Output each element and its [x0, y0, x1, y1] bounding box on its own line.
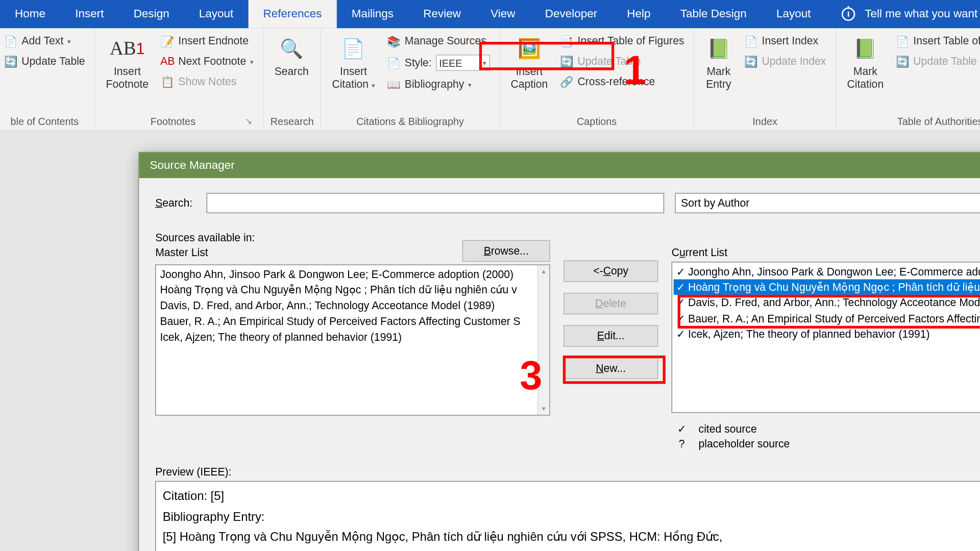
list-item[interactable]: Hoàng Trọng và Chu Nguyễn Mộng Ngọc ; Ph… [157, 282, 548, 298]
legend-cited: ✓cited source [677, 422, 980, 435]
annotation-number-1: 1 [624, 47, 646, 94]
copy-button[interactable]: <- Copy [564, 260, 658, 282]
tell-me-label: Tell me what you want to do [865, 8, 980, 21]
insert-footnote-button[interactable]: AB1 Insert Footnote [102, 32, 153, 93]
list-item[interactable]: Joongho Ahn, Jinsoo Park & Dongwon Lee; … [157, 266, 548, 282]
group-toa-label: Table of Authorities [843, 113, 980, 129]
endnote-icon: 📝 [161, 34, 174, 47]
tab-insert[interactable]: Insert [60, 0, 118, 29]
edit-button[interactable]: Edit... [564, 325, 658, 346]
tab-design[interactable]: Design [119, 0, 184, 29]
search-button[interactable]: 🔍 Search [271, 32, 313, 80]
manage-sources-icon: 📚 [387, 34, 400, 47]
group-captions-label: Captions [507, 113, 687, 129]
master-list-label: Master List [155, 247, 255, 259]
update-toa-button[interactable]: 🔄Update Table [893, 53, 980, 70]
search-icon: 🔍 [278, 35, 305, 62]
tab-home[interactable]: Home [0, 0, 60, 29]
annotation-box-2 [678, 295, 980, 329]
group-research-label: Research [271, 113, 314, 129]
update-index-button[interactable]: 🔄Update Index [742, 53, 829, 70]
search-input[interactable] [207, 193, 665, 213]
preview-label: Preview (IEEE): [155, 466, 980, 479]
tab-help[interactable]: Help [612, 0, 665, 29]
annotation-box-3 [563, 356, 666, 384]
current-list[interactable]: ✓ Joongho Ahn, Jinsoo Park & Dongwon Lee… [672, 262, 980, 413]
preview-box: Citation: [5] Bibliography Entry: [5] Ho… [155, 481, 980, 551]
tab-developer[interactable]: Developer [530, 0, 612, 29]
update-toa-icon: 🔄 [896, 55, 909, 68]
footnote-icon: AB1 [114, 35, 141, 62]
next-footnote-icon: AB [161, 55, 174, 68]
crossref-icon: 🔗 [560, 75, 573, 88]
browse-button[interactable]: Browse... [462, 240, 550, 262]
dialog-titlebar: Source Manager ? ✕ [139, 153, 980, 178]
show-notes-button[interactable]: 📋Show Notes [158, 73, 256, 90]
group-index-label: Index [701, 113, 829, 129]
next-footnote-button[interactable]: ABNext Footnote ▾ [158, 53, 256, 70]
insert-citation-button[interactable]: 📄 Insert Citation ▾ [328, 32, 379, 93]
master-list[interactable]: Joongho Ahn, Jinsoo Park & Dongwon Lee; … [155, 264, 550, 415]
insert-endnote-button[interactable]: 📝Insert Endnote [158, 32, 256, 49]
group-index: 📗 Mark Entry 📄Insert Index 🔄Update Index… [694, 29, 836, 131]
manage-sources-button[interactable]: 📚Manage Sources [384, 32, 493, 49]
mark-entry-button[interactable]: 📗 Mark Entry [701, 32, 737, 93]
dialog-title-text: Source Manager [150, 159, 235, 172]
preview-line: [5] Hoàng Trọng và Chu Nguyễn Mộng Ngọc,… [163, 527, 980, 547]
citation-icon: 📄 [340, 35, 367, 62]
tab-view[interactable]: View [476, 0, 530, 29]
group-citations: 📄 Insert Citation ▾ 📚Manage Sources 📄 St… [321, 29, 500, 131]
bibliography-icon: 📖 [387, 78, 400, 91]
toa-icon: 📄 [896, 34, 909, 47]
annotation-box-1 [479, 42, 614, 70]
page-icon: 📄 [4, 34, 17, 47]
list-item-selected[interactable]: ✓ Hoàng Trọng và Chu Nguyễn Mộng Ngọc ; … [674, 280, 980, 295]
lightbulb-icon [842, 8, 855, 21]
source-manager-dialog: Source Manager ? ✕ Search: Sort by Autho… [138, 152, 980, 551]
style-selector[interactable]: 📄 Style: IEEE▾ [384, 53, 493, 73]
update-table-button[interactable]: 🔄Update Table [2, 53, 88, 70]
current-list-label: Current List [672, 247, 980, 259]
search-label: Search: [155, 197, 195, 209]
group-toc: 📄Add Text ▾ 🔄Update Table ble of Content… [0, 29, 95, 131]
cross-ref-button[interactable]: 🔗Cross-reference [557, 73, 687, 90]
annotation-number-3: 3 [520, 352, 542, 398]
mark-citation-icon: 📗 [852, 35, 879, 62]
group-footnotes-label: Footnotes [102, 113, 244, 129]
preview-line: Citation: [5] [163, 486, 980, 506]
tab-layout2[interactable]: Layout [762, 0, 826, 29]
sources-available-label: Sources available in: [155, 232, 255, 244]
tab-table-design[interactable]: Table Design [666, 0, 762, 29]
list-item[interactable]: Icek, Ajzen; The theory of planned behav… [157, 329, 548, 345]
tab-review[interactable]: Review [408, 0, 476, 29]
list-item[interactable]: ✓ Icek, Ajzen; The theory of planned beh… [674, 327, 980, 342]
legend-placeholder: ?placeholder source [677, 438, 980, 450]
index-icon: 📄 [744, 34, 757, 47]
mark-entry-icon: 📗 [705, 35, 732, 62]
ribbon-tabs: Home Insert Design Layout References Mai… [0, 0, 980, 29]
style-icon: 📄 [387, 56, 400, 69]
tab-references[interactable]: References [248, 0, 336, 29]
group-toc-label: ble of Contents [2, 113, 88, 129]
refresh-icon: 🔄 [4, 55, 17, 68]
show-notes-icon: 📋 [161, 75, 174, 88]
tell-me[interactable]: Tell me what you want to do [826, 0, 980, 29]
list-item[interactable]: Davis, D. Fred, and Arbor, Ann.; Technol… [157, 298, 548, 314]
bibliography-button[interactable]: 📖Bibliography ▾ [384, 76, 493, 93]
delete-button[interactable]: Delete [564, 293, 658, 314]
insert-index-button[interactable]: 📄Insert Index [742, 32, 829, 49]
insert-toa-button[interactable]: 📄Insert Table of Authorities [893, 32, 980, 49]
mark-citation-button[interactable]: 📗 Mark Citation [843, 32, 888, 93]
group-toa: 📗 Mark Citation 📄Insert Table of Authori… [836, 29, 980, 131]
tab-layout[interactable]: Layout [184, 0, 249, 29]
list-item[interactable]: ✓ Joongho Ahn, Jinsoo Park & Dongwon Lee… [674, 264, 980, 280]
tab-mailings[interactable]: Mailings [337, 0, 409, 29]
group-footnotes: AB1 Insert Footnote 📝Insert Endnote ABNe… [95, 29, 263, 131]
sort-select[interactable]: Sort by Author ▾ [675, 193, 980, 213]
launcher-icon[interactable]: ↘ [244, 116, 254, 126]
list-item[interactable]: Bauer, R. A.; An Empirical Study of Perc… [157, 313, 548, 329]
add-text-button[interactable]: 📄Add Text ▾ [2, 32, 88, 49]
group-research: 🔍 Search Research [264, 29, 322, 131]
preview-line: Bibliography Entry: [163, 507, 980, 527]
group-citations-label: Citations & Bibliography [328, 113, 492, 129]
